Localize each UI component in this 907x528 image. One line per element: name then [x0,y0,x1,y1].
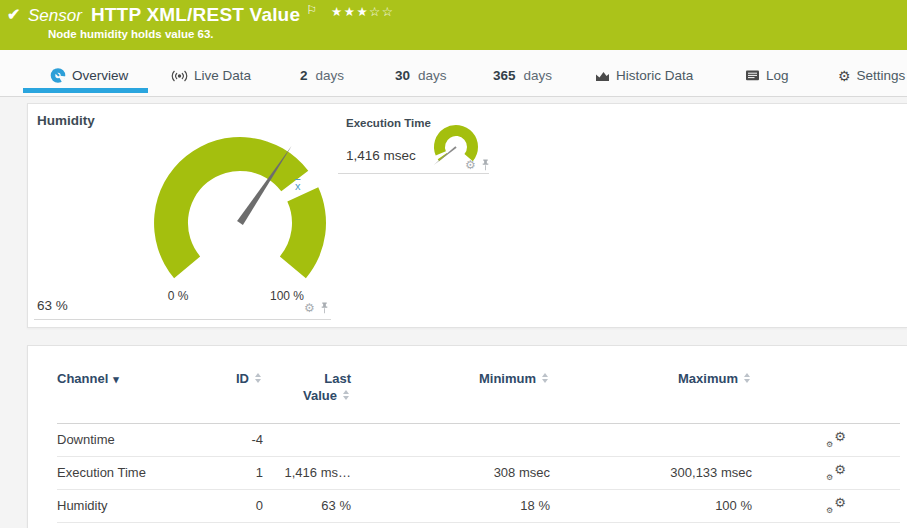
channel-id-cell: -4 [217,423,271,456]
channel-minimum-cell: 308 msec [359,456,558,489]
tab-number: 30 [395,68,410,83]
page-title: HTTP XML/REST Value [91,4,300,26]
column-header-actions [760,370,900,423]
channel-name-cell[interactable]: Humidity [57,489,217,522]
execution-time-current-value: 1,416 msec [346,148,416,163]
historic-data-icon [595,69,610,82]
sensor-title-row: Sensor HTTP XML/REST Value ⚐ ★★★☆☆ [28,4,395,26]
active-tab-underline [23,88,148,93]
column-header-label: ID [236,371,249,386]
column-header-id[interactable]: ID [217,370,271,423]
gear-icon[interactable]: ⚙ [465,159,476,171]
sensor-status-message: Node humidity holds value 63. [48,28,214,40]
tab-historic-data[interactable]: Historic Data [595,68,693,83]
execution-time-gauge-title: Execution Time [346,117,431,129]
tab-settings[interactable]: ⚙ Settings [838,68,905,83]
tab-unit: days [316,68,345,83]
channel-table: Channel▾ ID Last Value Minimum Maximum [57,370,900,523]
channel-actions-cell: ⚙⚙ [760,423,900,456]
tab-2-days[interactable]: 2 days [300,68,344,83]
tab-bar: Overview Live Data 2 days 30 days 365 [0,50,907,97]
gauge-min-label: 0 % [153,289,203,303]
channel-table-header-row: Channel▾ ID Last Value Minimum Maximum [57,370,900,423]
table-row[interactable]: Downtime -4 ⚙⚙ [57,423,900,456]
sort-icon [541,373,550,384]
channel-last-value-cell: 1,416 ms… [271,456,359,489]
channel-maximum-cell: 300,133 msec [558,456,760,489]
prtg-sensor-page: ✔ Sensor HTTP XML/REST Value ⚐ ★★★☆☆ Nod… [0,0,907,528]
tab-log[interactable]: Log [745,68,789,83]
channel-actions-cell: ⚙⚙ [760,489,900,522]
channel-last-value-cell: 63 % [271,489,359,522]
table-row[interactable]: Execution Time 1 1,416 ms… 308 msec 300,… [57,456,900,489]
channel-settings-icon[interactable]: ⚙⚙ [826,497,846,515]
column-header-channel[interactable]: Channel▾ [57,370,217,423]
channel-name-cell[interactable]: Execution Time [57,456,217,489]
live-data-icon [171,69,188,83]
tab-label: Log [766,68,789,83]
gauges-panel: Humidity x 0 % 100 % 63 % ⚙ Execution Ti… [27,103,907,328]
tab-label: Historic Data [616,68,693,83]
gauge-icon [50,67,66,83]
humidity-current-value: 63 % [37,298,68,313]
tab-label: Live Data [194,68,251,83]
execution-time-widget-actions: ⚙ [465,159,490,171]
column-header-maximum[interactable]: Maximum [558,370,760,423]
channel-settings-icon[interactable]: ⚙⚙ [826,464,846,482]
column-header-label: Maximum [678,371,738,386]
channel-name-cell[interactable]: Downtime [57,423,217,456]
channels-panel: Channel▾ ID Last Value Minimum Maximum [27,345,907,528]
sort-icon [342,390,351,401]
channel-last-value-cell [271,423,359,456]
gear-icon[interactable]: ⚙ [304,302,315,314]
column-header-label: Channel [57,371,108,386]
tab-label: Overview [72,68,128,83]
channel-minimum-cell [359,423,558,456]
gear-icon: ⚙ [838,69,851,83]
average-marker: x [295,180,301,192]
humidity-widget-divider [34,319,331,320]
flag-icon[interactable]: ⚐ [306,3,317,17]
column-header-label: Minimum [479,371,536,386]
pin-icon[interactable] [320,302,329,314]
column-header-label: Last [324,371,351,386]
pin-icon[interactable] [481,159,490,171]
channel-maximum-cell [558,423,760,456]
tab-30-days[interactable]: 30 days [395,68,447,83]
priority-stars[interactable]: ★★★☆☆ [331,4,395,19]
column-header-minimum[interactable]: Minimum [359,370,558,423]
log-icon [745,69,760,82]
sort-icon [743,373,752,384]
humidity-gauge-title: Humidity [37,113,95,128]
sensor-kind-label: Sensor [28,6,82,26]
tab-unit: days [524,68,553,83]
sort-icon [254,373,263,384]
execution-time-widget-divider [338,173,489,174]
channel-table-body: Downtime -4 ⚙⚙ Execution Time 1 1,416 ms… [57,423,900,522]
tab-unit: days [418,68,447,83]
check-icon: ✔ [7,5,20,24]
channel-id-cell: 1 [217,456,271,489]
channel-id-cell: 0 [217,489,271,522]
tab-label: Settings [857,68,906,83]
channel-settings-icon[interactable]: ⚙⚙ [826,431,846,449]
tab-365-days[interactable]: 365 days [493,68,552,83]
humidity-widget-actions: ⚙ [304,302,329,314]
table-row[interactable]: Humidity 0 63 % 18 % 100 % ⚙⚙ [57,489,900,522]
tab-number: 2 [300,68,308,83]
channel-minimum-cell: 18 % [359,489,558,522]
sensor-status-header: ✔ Sensor HTTP XML/REST Value ⚐ ★★★☆☆ Nod… [0,0,907,50]
tab-live-data[interactable]: Live Data [171,68,251,83]
column-header-label: Value [303,388,337,403]
column-header-last-value[interactable]: Last Value [271,370,359,423]
channel-maximum-cell: 100 % [558,489,760,522]
tab-number: 365 [493,68,516,83]
tab-overview[interactable]: Overview [50,67,128,83]
channel-actions-cell: ⚙⚙ [760,456,900,489]
chevron-down-icon: ▾ [113,373,119,385]
